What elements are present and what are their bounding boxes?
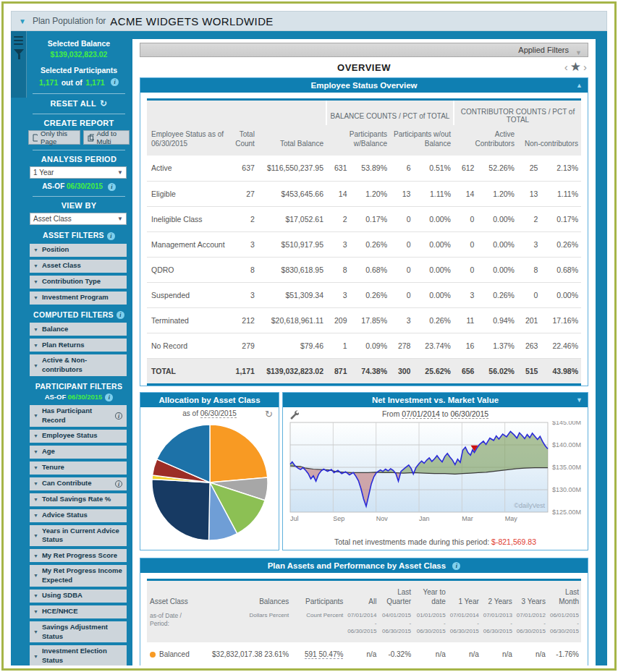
sidebar-filter-my-ret-progress-score[interactable]: ▼My Ret Progress Score	[30, 549, 127, 562]
employee-table-row: Suspended3$51,309.3430.26%00.00%30.26%00…	[147, 282, 581, 307]
applied-filters-bar[interactable]: Applied Filters ▼	[140, 43, 588, 57]
period-return-cell: n/a	[515, 642, 548, 665]
view-by-label: VIEW BY	[28, 201, 130, 210]
table-cell: 1.37%	[477, 333, 517, 358]
as-of-date[interactable]: 06/30/2015	[67, 182, 103, 190]
table-cell: 3	[228, 231, 258, 257]
sidebar-filter-asset-class[interactable]: ▼Asset Class	[30, 260, 127, 273]
info-icon[interactable]: i	[452, 562, 460, 570]
filter-funnel-icon[interactable]	[14, 49, 24, 55]
net-investment-chart[interactable]: $145.00M$140.00M$135.00M$130.00M$125.00M…	[289, 421, 582, 535]
filter-item-label: Years in Current Advice Status	[42, 527, 124, 545]
wrench-icon[interactable]	[289, 409, 299, 421]
table-cell: No Record	[147, 333, 228, 358]
titlebar-prefix: Plan Population for	[33, 16, 106, 26]
participant-count-link[interactable]: 591	[305, 650, 317, 659]
as-of-date[interactable]: 06/30/2015	[68, 393, 103, 401]
collapse-arrow-icon[interactable]: ▼	[576, 393, 583, 407]
selected-balance-label: Selected Balance	[28, 38, 130, 49]
hamburger-menu-icon[interactable]	[14, 36, 26, 45]
chevron-down-icon: ▼	[33, 593, 38, 598]
table-cell: 0.00%	[413, 282, 454, 307]
sidebar-filter-savings-adjustment-status[interactable]: ▼Savings Adjustment Status	[30, 621, 127, 643]
sidebar-filter-has-participant-record[interactable]: ▼Has Participant Recordi	[30, 405, 127, 427]
filter-item-label: Contribution Type	[42, 277, 101, 286]
prev-chevron-icon[interactable]: ‹	[564, 61, 568, 73]
filter-item-label: Balance	[42, 325, 68, 334]
sidebar-filter-contribution-type[interactable]: ▼Contribution Type	[30, 276, 127, 289]
reset-all-button[interactable]: RESET ALL↻	[28, 98, 130, 109]
add-to-multi-button[interactable]: Add to Multi	[83, 130, 130, 145]
table-cell: 0.17%	[541, 206, 581, 231]
allocation-pie-chart[interactable]	[149, 422, 271, 543]
table-cell: 3	[228, 282, 258, 307]
star-icon[interactable]: ★	[570, 59, 581, 75]
sidebar-filter-investment-election-status[interactable]: ▼Investment Election Status	[30, 645, 127, 665]
next-chevron-icon[interactable]: ›	[583, 61, 587, 73]
filter-item-label: Using SDBA	[42, 591, 82, 600]
table-cell: 0.00%	[413, 231, 454, 257]
view-by-select[interactable]: Asset Class▼	[30, 213, 127, 225]
table-cell: 0	[454, 257, 477, 282]
collapse-arrow-icon[interactable]: ▲	[576, 78, 583, 93]
filter-item-label: Age	[42, 447, 55, 456]
sidebar-filter-employee-status[interactable]: ▼Employee Status	[30, 430, 127, 443]
main-content: Applied Filters ▼ OVERVIEW ‹ ★ › Employe…	[132, 39, 596, 665]
perf-col-period: Dollars Percent	[201, 608, 291, 642]
page-title: OVERVIEW	[140, 62, 588, 73]
info-icon[interactable]: i	[115, 412, 122, 420]
info-icon[interactable]: i	[108, 183, 116, 191]
table-cell: 0	[390, 257, 413, 282]
col-header-status: Employee Status as of 06/30/2015	[147, 125, 228, 156]
svg-text:Sep: Sep	[333, 515, 344, 522]
group-header-contributor: CONTRIBUTOR COUNTS / PCT of TOTAL	[454, 101, 581, 125]
chevron-down-icon[interactable]: ▼	[19, 17, 26, 25]
perf-col-header: All	[345, 581, 378, 608]
sidebar-filter-tenure[interactable]: ▼Tenure	[30, 462, 127, 475]
info-icon[interactable]: i	[115, 480, 122, 488]
pie-slice[interactable]	[210, 425, 268, 482]
table-cell: 3	[517, 231, 541, 257]
favorite-nav: ‹ ★ ›	[564, 59, 587, 75]
col-header-nc: Non-contributors	[517, 125, 581, 156]
perf-col-period: 01/01/2015 - 06/30/2015	[413, 608, 448, 642]
refresh-icon[interactable]: ↻	[265, 409, 273, 420]
net-from-date[interactable]: 07/01/2014	[402, 409, 440, 419]
info-icon[interactable]: i	[111, 78, 119, 86]
pie-slice[interactable]	[152, 479, 210, 540]
participant-pct-link[interactable]: 50.47%	[318, 650, 343, 659]
chevron-down-icon: ▼	[33, 497, 38, 502]
sidebar-filter-plan-returns[interactable]: ▼Plan Returns	[30, 339, 127, 352]
table-cell: Suspended	[147, 282, 228, 307]
sidebar-filter-balance[interactable]: ▼Balance	[30, 323, 127, 336]
sidebar-filter-years-in-current-advice-status[interactable]: ▼Years in Current Advice Status	[30, 525, 127, 547]
svg-text:Jul: Jul	[290, 515, 299, 522]
chevron-down-icon: ▼	[33, 573, 38, 578]
sidebar-filter-using-sdba[interactable]: ▼Using SDBA	[30, 590, 127, 603]
col-header-pwob: Participants w/out Balance	[390, 125, 454, 156]
sidebar: Selected Balance $139,032,823.02 Selecte…	[11, 31, 132, 665]
table-cell: 0	[390, 282, 413, 307]
analysis-period-select[interactable]: 1 Year▼	[30, 166, 127, 179]
sidebar-filter-hce-nhce[interactable]: ▼HCE/NHCE	[30, 605, 127, 618]
sidebar-filter-position[interactable]: ▼Position	[30, 244, 127, 257]
table-cell: 0	[390, 206, 413, 231]
net-to-date[interactable]: 06/30/2015	[451, 409, 489, 419]
info-icon[interactable]: i	[117, 311, 124, 319]
period-return-cell: -0.32%	[378, 642, 413, 665]
table-cell: 43.98%	[541, 358, 581, 383]
info-icon[interactable]: i	[107, 232, 115, 240]
sidebar-filter-active-non-contributors[interactable]: ▼Active & Non-contributors	[30, 354, 127, 376]
sidebar-filter-my-ret-progress-income-expected[interactable]: ▼My Ret Progress Income Expected	[30, 565, 127, 587]
sidebar-filter-can-contribute[interactable]: ▼Can Contributei	[30, 477, 127, 490]
employee-table-row: Terminated212$20,618,961.1120917.85%30.2…	[147, 307, 581, 333]
only-this-page-button[interactable]: Only this Page	[28, 130, 80, 145]
sidebar-filter-age[interactable]: ▼Age	[30, 446, 127, 459]
sidebar-filter-advice-status[interactable]: ▼Advice Status	[30, 509, 127, 522]
table-cell: 0.51%	[413, 156, 454, 181]
sidebar-filter-investment-program[interactable]: ▼Investment Program	[30, 292, 127, 305]
svg-text:$140.00M: $140.00M	[552, 441, 581, 448]
allocation-as-of-date[interactable]: 06/30/2015	[200, 409, 237, 418]
info-icon[interactable]: i	[105, 394, 113, 401]
sidebar-filter-total-savings-rate[interactable]: ▼Total Savings Rate %	[30, 493, 127, 506]
